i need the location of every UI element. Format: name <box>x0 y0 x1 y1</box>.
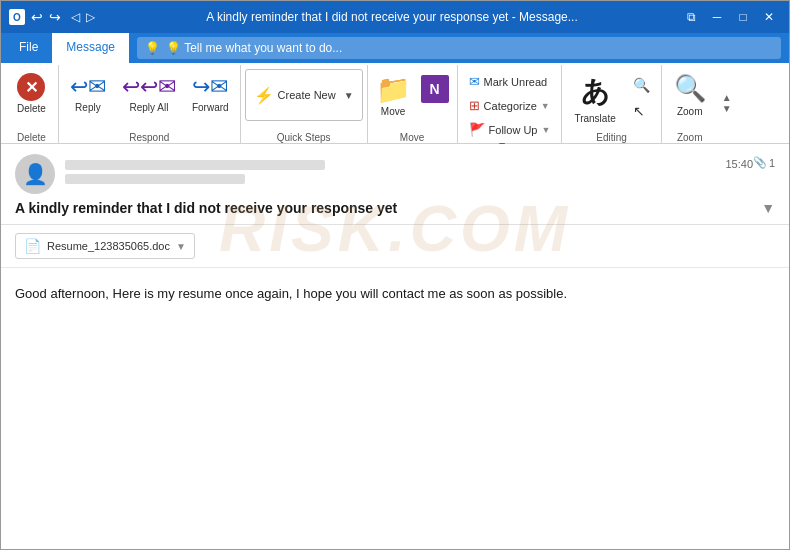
scroll-down-icon: ▼ <box>722 103 732 114</box>
attachment-count: 📎 1 <box>753 156 775 169</box>
maximize-button[interactable]: □ <box>731 7 755 27</box>
attachment-chip[interactable]: 📄 Resume_123835065.doc ▼ <box>15 233 195 259</box>
reply-all-icon: ↩↩✉ <box>122 74 176 100</box>
tab-bar: File Message 💡 💡 Tell me what you want t… <box>1 33 789 63</box>
search-icon: 🔍 <box>633 77 650 93</box>
email-area: 👤 A kindly reminder that I did not recei… <box>1 144 789 549</box>
redo-btn[interactable]: ↪ <box>49 9 61 25</box>
categorize-icon: ⊞ <box>469 98 480 113</box>
lightbulb-icon: 💡 <box>145 41 160 55</box>
flag-icon: 🚩 <box>469 122 485 137</box>
categorize-dropdown-icon: ▼ <box>541 101 550 111</box>
ribbon-group-editing: あ Translate 🔍 ↖ Editing <box>562 65 661 145</box>
app-icon: O <box>9 9 25 25</box>
attachment-dropdown-icon: ▼ <box>176 241 186 252</box>
translate-button[interactable]: あ Translate <box>566 69 623 128</box>
email-header: 👤 A kindly reminder that I did not recei… <box>1 144 789 225</box>
ribbon-group-move: 📁 Move N Move <box>368 65 458 145</box>
zoom-group-inner: 🔍 Zoom Zoom <box>666 65 714 145</box>
follow-up-button[interactable]: 🚩 Follow Up ▼ <box>462 119 558 140</box>
forward-icon: ↪✉ <box>192 74 228 100</box>
mark-unread-button[interactable]: ✉ Mark Unread <box>462 71 555 92</box>
scroll-up-icon: ▲ <box>722 92 732 103</box>
paperclip-icon: 📎 <box>753 156 767 169</box>
lightning-icon: ⚡ <box>254 86 274 105</box>
ribbon-group-respond: ↩✉ Reply ↩↩✉ Reply All ↪✉ Forward <box>59 65 241 145</box>
delete-group-top: ✕ Delete <box>9 65 54 130</box>
ribbon-group-quicksteps: ⚡ Create New ▼ Quick Steps <box>241 65 368 145</box>
doc-icon: 📄 <box>24 238 41 254</box>
zoom-label: Zoom <box>677 106 703 117</box>
cursor-icon: ↖ <box>633 103 645 119</box>
tags-group-top: ✉ Mark Unread ⊞ Categorize ▼ 🚩 Follow Up… <box>462 65 558 140</box>
ribbon-group-tags: ✉ Mark Unread ⊞ Categorize ▼ 🚩 Follow Up… <box>458 65 563 145</box>
attachment-filename: Resume_123835065.doc <box>47 240 170 252</box>
folder-icon: 📁 <box>376 73 411 106</box>
sender-email-placeholder <box>65 174 245 184</box>
tell-me-bar[interactable]: 💡 💡 Tell me what you want to do... <box>137 37 781 59</box>
nav-back[interactable]: ◁ <box>71 10 80 24</box>
attachment-number: 1 <box>769 157 775 169</box>
sender-info <box>65 160 775 188</box>
delete-group-label: Delete <box>9 130 54 145</box>
unread-icon: ✉ <box>469 74 480 89</box>
forward-button[interactable]: ↪✉ Forward <box>185 69 236 118</box>
undo-btn[interactable]: ↩ <box>31 9 43 25</box>
delete-group-inner: ✕ Delete Delete <box>9 65 54 145</box>
editing-group-label: Editing <box>566 130 656 145</box>
ribbon: ✕ Delete Delete ↩✉ Reply <box>1 63 789 144</box>
translate-icon: あ <box>581 73 610 111</box>
zoom-group-label: Zoom <box>666 130 714 145</box>
close-button[interactable]: ✕ <box>757 7 781 27</box>
editing-group-top: あ Translate 🔍 ↖ <box>566 65 656 130</box>
reply-icon: ↩✉ <box>70 74 106 100</box>
reply-button[interactable]: ↩✉ Reply <box>63 69 113 118</box>
nav-forward[interactable]: ▷ <box>86 10 95 24</box>
email-body-text: Good afternoon, Here is my resume once a… <box>15 284 775 305</box>
translate-label: Translate <box>574 113 615 124</box>
zoom-icon: 🔍 <box>674 73 706 104</box>
delete-button[interactable]: ✕ Delete <box>9 69 54 118</box>
quicksteps-group-label: Quick Steps <box>245 130 363 145</box>
minimize-button[interactable]: ─ <box>705 7 729 27</box>
edit-search-button[interactable]: 🔍 <box>626 73 657 97</box>
ribbon-group-delete: ✕ Delete Delete <box>5 65 59 145</box>
email-body: Good afternoon, Here is my resume once a… <box>1 268 789 321</box>
move-group-inner: 📁 Move N Move <box>372 65 453 145</box>
zoom-button[interactable]: 🔍 Zoom <box>666 69 714 121</box>
respond-group-inner: ↩✉ Reply ↩↩✉ Reply All ↪✉ Forward <box>63 65 236 145</box>
ribbon-scroll[interactable]: ▲ ▼ <box>718 65 736 141</box>
move-group-top: 📁 Move N <box>372 65 453 130</box>
sender-avatar: 👤 <box>15 154 55 194</box>
delete-icon: ✕ <box>17 73 45 101</box>
move-group-label: Move <box>372 130 453 145</box>
outlook-window: O ↩ ↪ ◁ ▷ A kindly reminder that I did n… <box>0 0 790 550</box>
editing-group-inner: あ Translate 🔍 ↖ Editing <box>566 65 656 145</box>
onenote-icon: N <box>421 75 449 103</box>
ribbon-content: ✕ Delete Delete ↩✉ Reply <box>1 63 789 143</box>
quicksteps-group-top: ⚡ Create New ▼ <box>245 65 363 130</box>
create-new-button[interactable]: ⚡ Create New ▼ <box>245 69 363 121</box>
tab-file[interactable]: File <box>5 33 52 63</box>
tab-message[interactable]: Message <box>52 33 129 63</box>
tags-group-inner: ✉ Mark Unread ⊞ Categorize ▼ 🚩 Follow Up… <box>462 65 558 145</box>
expand-button[interactable]: ▼ <box>761 200 775 216</box>
sender-row: 👤 <box>15 154 775 194</box>
onenote-button[interactable]: N <box>417 71 453 107</box>
respond-group-top: ↩✉ Reply ↩↩✉ Reply All ↪✉ Forward <box>63 65 236 130</box>
reply-all-button[interactable]: ↩↩✉ Reply All <box>115 69 183 118</box>
quicksteps-group-inner: ⚡ Create New ▼ Quick Steps <box>245 65 363 145</box>
dropdown-arrow-icon: ▼ <box>344 90 354 101</box>
restore-button[interactable]: ⧉ <box>679 7 703 27</box>
edit-cursor-button[interactable]: ↖ <box>626 99 657 123</box>
categorize-button[interactable]: ⊞ Categorize ▼ <box>462 95 557 116</box>
move-label: Move <box>381 106 405 117</box>
respond-group-label: Respond <box>63 130 236 145</box>
window-controls: ⧉ ─ □ ✕ <box>679 7 781 27</box>
zoom-group-top: 🔍 Zoom <box>666 65 714 130</box>
move-folder-button[interactable]: 📁 Move <box>372 69 415 121</box>
followup-dropdown-icon: ▼ <box>541 125 550 135</box>
window-title: A kindly reminder that I did not receive… <box>105 10 679 24</box>
attachment-area: 📄 Resume_123835065.doc ▼ <box>1 225 789 268</box>
email-subject: A kindly reminder that I did not receive… <box>15 200 775 216</box>
